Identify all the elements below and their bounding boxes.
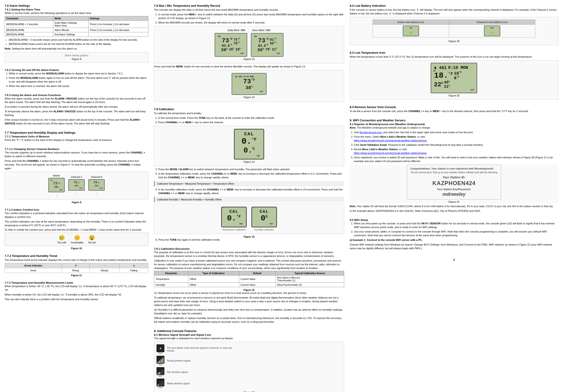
section-771-text: Press the °F / °C button on the back of … [5, 138, 148, 142]
signal-icon-blink: ● [156, 344, 164, 352]
param-table: Parameter Type of Calibration Default Ty… [154, 271, 344, 287]
lcd-humidity-cal: CAL 0% OUT [251, 207, 277, 228]
section-78-text: The console can display the daily or all… [154, 8, 344, 12]
section-76: 7.6 Alarm Settings 7.6.1 Setting the Ala… [5, 4, 148, 64]
cal-temp-formula: Calibrated Temperature = Measured Temper… [154, 181, 344, 187]
wunder-password-label: Your Station Key/Password: [410, 188, 498, 191]
section-763-text: When the alarm sounds, press and hold th… [5, 97, 148, 104]
comfort-too-cold: 😢 Too cold [57, 235, 66, 244]
figure-10: 😢 Too cold 🙂 Comfortable 😵 Too hot [5, 233, 148, 246]
section-91-title: 9.1 Register at Wunderground.com (Weathe… [350, 123, 558, 126]
table-row: [MODE/ALARM] Exit Alarm Settings [5, 32, 148, 37]
section-9-title: 9. WiFi Connection and Weather Servers [350, 119, 558, 122]
figure-21-label: Figure 21 [448, 201, 460, 203]
section-7712-text2: The comfort indication can vary at the s… [5, 220, 148, 228]
section-82-title: 8.2 Low Battery Indication [350, 4, 558, 7]
section-91-example: In the example above, KAZPHOEN424 is in … [350, 209, 558, 213]
table-row: trend Rising Steady Falling [5, 268, 148, 273]
cmd-col-settings: Settings [88, 16, 148, 20]
section-791-footnote2: (2) Humidity is a difficult parameter to… [154, 308, 344, 316]
section-772: 7.7.2 Temperature and Humidity Trend The… [5, 254, 148, 277]
lcd-temp-cal: CAL 0.°F OUT [221, 207, 247, 228]
lcd-battery-out: OUT 🔋 [484, 25, 500, 36]
lcd-battery-in: IN 🔋 [403, 25, 419, 36]
figure-12-label: Figure 12 [244, 58, 255, 61]
section-77: 7.7 Temperature and Humidity Display and… [5, 131, 148, 143]
figure-8-label: Figure 8 [72, 58, 81, 61]
section-761-title: 7.6.1 Setting the Alarm Time [5, 8, 148, 11]
lcd-figure13: 1♣ 46ǐ 9:10 MON 73°F 38% OUT [232, 73, 267, 95]
section-79-steps-cont: Press the MODE / ALARM key to switch bet… [154, 168, 344, 179]
section-763-silence: To temporarily silence the alarm, press … [5, 110, 148, 117]
figure-13: 1♣ 46ǐ 9:10 MON 73°F 38% OUT Figure 13 [154, 70, 344, 101]
mid-column: 7.8 Max / Min Temperature and Humidity R… [154, 4, 344, 392]
section-81-title: 8.1 Wireless Signal Strength and Signal … [154, 333, 344, 336]
section-773-text: When temperature is below -40 °C, (-40 °… [5, 285, 148, 292]
figure-8: [Alarm display graphic] Figure 8 [5, 52, 148, 63]
figure-9-label: Figure 9 [5, 201, 148, 204]
section-79-steps: In the normal time mode. Press the TUNE … [154, 116, 344, 124]
sensor-indoor: Indoor IN 73°F 39% OUT ↑ [48, 174, 65, 197]
section-92-title: 9.2 WiFi Setup [350, 218, 558, 221]
section-773-humidity: When humidity is below 1%, the LCD will … [5, 293, 148, 297]
table-row: Humidity Offset Current Value Sling Psyc… [154, 283, 344, 287]
section-76-title: 7.6 Alarm Settings [5, 4, 148, 7]
section-7711-text: The console supports up to seven wireles… [5, 151, 148, 158]
section-84-title: 8.4 Remove Sensor from Console [350, 106, 558, 109]
cmd-col-mode: Mode [53, 16, 89, 20]
figure-14-label: Figure 14 [244, 160, 255, 163]
figure-9: Indoor IN 73°F 39% OUT ↑ Channel 1 75°F [5, 172, 148, 200]
figure-19-label: Figure 19 [448, 40, 460, 43]
section-772-title: 7.7.2 Temperature and Humidity Trend [5, 254, 148, 258]
section-92-example-title: a) Example 1: Connect to the console WiF… [350, 238, 558, 242]
table-row: IN 🔋 OUT 🔋 [373, 25, 535, 37]
section-78-step3: Press and hold the MEM/- button for two … [154, 65, 344, 69]
section-92-steps: When you first power up the console, or … [350, 222, 558, 237]
wunder-subtitle: You are almost done. Now go to your weat… [410, 171, 498, 174]
cal-humidity-formula: Calibrated Humidity = Measured Humidity … [154, 197, 344, 202]
figure-10-label: Figure 10 [5, 247, 148, 250]
figure-17: ● OUT The icon blinks every time the sig… [154, 342, 344, 392]
page-number: 2 [350, 258, 558, 261]
section-791-text: The purpose of calibration is to fine tu… [154, 251, 344, 258]
section-761-auto-note: Note: Setting the alarm time will automa… [5, 47, 148, 51]
section-791-text2: Calibration is only useful if you have a… [154, 259, 344, 270]
figure-20: ♣ 46ǐ 9:10 MON LO 18.°F 10°F 8°F 22% [350, 60, 558, 100]
wunder-title: Congratulations. Your station is now reg… [410, 167, 498, 170]
section-82: 8.2 Low Battery Indication If the consol… [350, 4, 558, 47]
comfort-comfortable: 🙂 Comfortable [71, 235, 83, 244]
signal-icon-strong [156, 356, 164, 364]
section-762: 7.6.2 Turning On and Off the Alarm Featu… [5, 69, 148, 89]
section-7712-hide: To hide or unhide the comfort icon, pres… [5, 228, 148, 232]
section-83-text: When the temperature is less than 3 °C (… [350, 55, 558, 59]
section-7712-text1: The comfort indication is a pictorial in… [5, 212, 148, 219]
table-row: [MODE/ALARM] Alarm Minute Press [+] to i… [5, 28, 148, 32]
arrow-in: ↑ [56, 194, 57, 197]
signal-icon-fair [156, 367, 164, 375]
wunder-station-label: Your Station ID: [410, 176, 498, 179]
lcd-figure20: ♣ 46ǐ 9:10 MON LO 18.°F 10°F 8°F 22% [431, 63, 477, 93]
figure-21: Congratulations. Your station is now reg… [350, 164, 558, 203]
section-762-title: 7.6.2 Turning On and Off the Alarm Featu… [5, 69, 148, 71]
lcd-since: IN 73°F 83.8°F 81°F 50°F [251, 33, 283, 57]
section-773-problem: This can also indicate there is a proble… [5, 298, 148, 301]
section-761-intro: While in normal mode, perform the follow… [5, 11, 148, 15]
figure-11: Arrow indicator ↗ → ↘ trend Rising Stead… [5, 263, 148, 273]
lcd-daily: IN 73°F 83.8°F 75°F 70°F [215, 33, 247, 57]
section-78-steps: In normal mode, press the MEM / - key to… [154, 13, 344, 25]
command-table: Command Mode Settings [MODE/ALARM] + 2 s… [5, 16, 148, 37]
section-791: 7.9.1 Calibration Discussion The purpose… [154, 247, 344, 325]
section-763-note: If no button is pressed during the alarm… [5, 105, 148, 109]
section-7712: 7.7.1.2 Indoor Comfort Icon The comfort … [5, 208, 148, 250]
figure-17-label: Figure 17 [244, 391, 255, 392]
section-761-notes: [MODE/ALARM] + 2 seconds means press and… [5, 38, 148, 46]
section-79: 7.9 Calibration To calibrate the tempera… [154, 108, 344, 242]
section-79-title: 7.9 Calibration [154, 108, 344, 111]
wunder-password: mdreeeley [410, 191, 498, 197]
section-791-humidity-text: Official stations recalibrate or replace… [154, 316, 344, 324]
section-77-title: 7.7 Temperature and Humidity Display and… [5, 131, 148, 134]
section-78: 7.8 Max / Min Temperature and Humidity R… [154, 4, 344, 103]
section-773-title: 7.7.3 Temperature and Humidity Measureme… [5, 281, 148, 284]
signal-icon-weak [156, 379, 164, 386]
figure-15: CAL 0.°F OUT Temperature Calibration CAL… [154, 204, 344, 234]
